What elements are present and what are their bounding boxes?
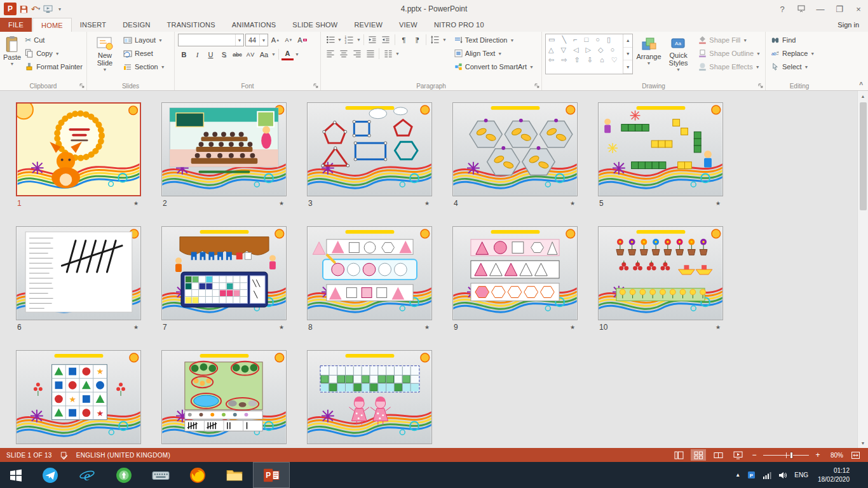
tab-home[interactable]: HOME xyxy=(32,18,72,32)
animation-indicator-star-icon[interactable]: ★ xyxy=(570,324,575,330)
strikethrough-button[interactable]: abc xyxy=(231,48,243,60)
customize-qat-icon[interactable]: ▾ xyxy=(55,3,65,15)
normal-view-button[interactable] xyxy=(671,449,686,461)
animation-indicator-star-icon[interactable]: ★ xyxy=(570,200,575,207)
collapse-ribbon-button[interactable]: ^ xyxy=(859,81,863,88)
italic-button[interactable]: I xyxy=(191,48,203,60)
shape-fill-button[interactable]: Shape Fill▼ xyxy=(696,34,763,46)
arrange-button[interactable]: Arrange ▼ xyxy=(635,34,663,81)
scroll-up-icon[interactable]: ▲ xyxy=(858,91,868,101)
taskbar-clock[interactable]: 01:12 18/02/2020 xyxy=(815,466,855,484)
dialog-launcher-icon[interactable] xyxy=(79,83,85,89)
animation-indicator-star-icon[interactable]: ★ xyxy=(424,200,430,207)
align-left-button[interactable] xyxy=(324,48,336,60)
minimize-button[interactable]: — xyxy=(811,1,830,18)
slide-thumbnail-11[interactable]: ★★★ xyxy=(16,350,141,444)
tab-file[interactable]: FILE xyxy=(0,18,32,32)
paste-button[interactable]: Paste ▼ xyxy=(3,34,21,81)
powerpoint-app-icon[interactable]: P xyxy=(4,3,17,15)
animation-indicator-star-icon[interactable]: ★ xyxy=(133,200,139,207)
zoom-in-button[interactable]: + xyxy=(813,451,822,459)
ribbon-display-options-icon[interactable] xyxy=(792,1,811,18)
start-button[interactable] xyxy=(0,462,32,488)
select-button[interactable]: Select▼ xyxy=(769,60,817,73)
slide-thumbnail-5[interactable] xyxy=(598,102,723,196)
text-direction-button[interactable]: Text Direction▼ xyxy=(452,34,536,46)
shape-gallery-row[interactable]: △ ▽ ◁ ▷ ◇ ○ xyxy=(548,45,620,55)
shape-effects-button[interactable]: Shape Effects▼ xyxy=(696,60,763,73)
cut-button[interactable]: ✂Cut xyxy=(23,34,85,46)
shape-gallery-row[interactable]: ⇦ ⇨ ⇧ ⇩ ⌂ ♡ xyxy=(548,55,620,65)
animation-indicator-star-icon[interactable]: ★ xyxy=(715,200,721,207)
slide-thumbnail-6[interactable] xyxy=(16,226,141,320)
bullets-button[interactable] xyxy=(324,34,336,46)
taskbar-powerpoint-icon[interactable]: P xyxy=(253,462,290,488)
slide-show-button[interactable] xyxy=(730,449,745,461)
sign-in-link[interactable]: Sign in xyxy=(837,18,868,32)
animation-indicator-star-icon[interactable]: ★ xyxy=(279,200,284,207)
character-spacing-button[interactable]: AV xyxy=(245,48,257,60)
taskbar-telegram-icon[interactable] xyxy=(32,462,69,488)
zoom-level[interactable]: 80% xyxy=(827,452,843,459)
new-slide-button[interactable]: New Slide ▼ xyxy=(90,34,119,81)
network-signal-icon[interactable] xyxy=(763,471,771,479)
slide-thumbnail-8[interactable] xyxy=(307,226,432,320)
spell-check-icon[interactable] xyxy=(60,451,69,459)
convert-to-smartart-button[interactable]: Convert to SmartArt▼ xyxy=(452,60,536,73)
grow-font-button[interactable]: A▲ xyxy=(269,34,281,46)
tab-insert[interactable]: INSERT xyxy=(72,18,114,32)
animation-indicator-star-icon[interactable]: ★ xyxy=(133,324,139,330)
zoom-out-button[interactable]: − xyxy=(750,451,759,459)
tab-design[interactable]: DESIGN xyxy=(114,18,158,32)
shapes-gallery[interactable]: ▭ ╲ ⌐ □ ○ ▯ △ ▽ ◁ ▷ ◇ ○ ⇦ ⇨ ⇧ ⇩ ⌂ ♡ ▲ ▼ … xyxy=(545,34,633,74)
shape-gallery-row[interactable]: ▭ ╲ ⌐ □ ○ ▯ xyxy=(548,35,620,45)
tab-animations[interactable]: ANIMATIONS xyxy=(224,18,285,32)
slide-thumbnail-13[interactable] xyxy=(307,350,432,444)
shrink-font-button[interactable]: A▼ xyxy=(283,34,295,46)
dialog-launcher-icon[interactable] xyxy=(313,83,319,89)
copy-button[interactable]: Copy▼ xyxy=(23,47,85,60)
slide-thumbnail-7[interactable] xyxy=(161,226,287,320)
save-icon[interactable] xyxy=(18,3,29,15)
undo-icon[interactable]: ↶▾ xyxy=(31,3,41,15)
keyboard-language-indicator[interactable]: ENG xyxy=(794,471,808,478)
slide-thumbnail-9[interactable] xyxy=(452,226,578,320)
slide-thumbnail-2[interactable] xyxy=(161,102,287,196)
section-button[interactable]: Section▼ xyxy=(121,60,167,73)
taskbar-onscreen-keyboard-icon[interactable] xyxy=(142,462,179,488)
find-button[interactable]: Find xyxy=(769,34,817,46)
fit-to-window-button[interactable] xyxy=(848,449,863,461)
help-icon[interactable]: ? xyxy=(773,1,792,18)
slide-thumbnail-4[interactable] xyxy=(452,102,578,196)
align-center-button[interactable] xyxy=(337,48,349,60)
bold-button[interactable]: B xyxy=(178,48,190,60)
tab-nitro-pro[interactable]: NITRO PRO 10 xyxy=(426,18,492,32)
align-text-button[interactable]: Align Text▼ xyxy=(452,47,536,60)
language-indicator[interactable]: ENGLISH (UNITED KINGDOM) xyxy=(76,452,170,459)
change-case-button[interactable]: Aa xyxy=(258,48,270,60)
dialog-launcher-icon[interactable] xyxy=(534,83,540,89)
shape-outline-button[interactable]: Shape Outline▼ xyxy=(696,47,763,60)
font-name-combo[interactable]: ▼ xyxy=(178,34,244,46)
underline-button[interactable]: U xyxy=(205,48,217,60)
slide-thumbnail-10[interactable] xyxy=(598,226,723,320)
text-shadow-button[interactable]: S xyxy=(218,48,230,60)
columns-button[interactable] xyxy=(382,48,394,60)
tab-view[interactable]: VIEW xyxy=(391,18,426,32)
replace-button[interactable]: abReplace▼ xyxy=(769,47,817,60)
clear-formatting-button[interactable]: A xyxy=(296,34,308,46)
slide-thumbnail-12[interactable] xyxy=(161,350,287,444)
font-size-combo[interactable]: 44▼ xyxy=(245,34,268,46)
gallery-down-icon[interactable]: ▼ xyxy=(623,48,632,61)
format-painter-button[interactable]: Format Painter xyxy=(23,60,85,73)
slide-thumbnail-3[interactable] xyxy=(307,102,432,196)
vertical-scrollbar[interactable]: ▲ ▼ xyxy=(857,91,868,448)
slide-thumbnail-1[interactable] xyxy=(16,102,141,196)
zoom-slider-thumb[interactable] xyxy=(790,452,793,459)
dialog-launcher-icon[interactable] xyxy=(758,83,764,89)
gallery-more-icon[interactable]: ▼ xyxy=(623,60,632,74)
slide-sorter-view-button[interactable] xyxy=(691,449,706,461)
close-button[interactable]: × xyxy=(849,1,868,18)
tab-review[interactable]: REVIEW xyxy=(346,18,391,32)
reset-button[interactable]: Reset xyxy=(121,47,167,60)
